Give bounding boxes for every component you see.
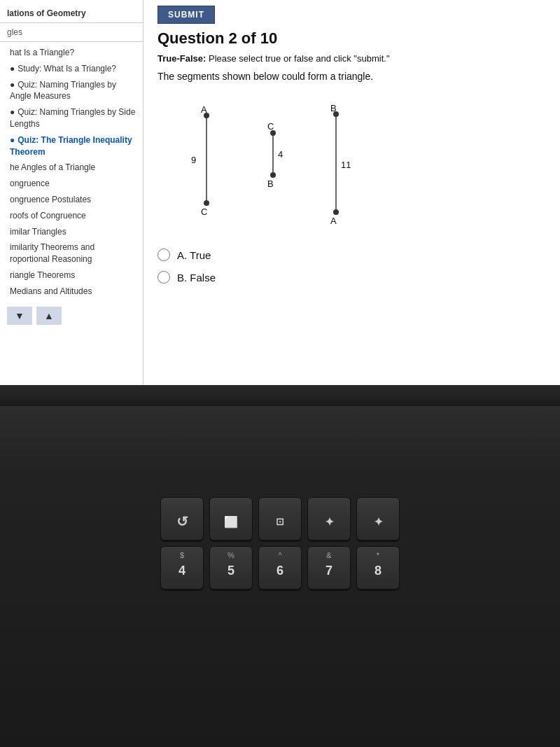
option-false-label[interactable]: B. False bbox=[177, 272, 216, 284]
bullet-icon: ● bbox=[10, 135, 15, 145]
sidebar-item-congruence[interactable]: ongruence bbox=[0, 176, 143, 192]
sidebar-item-proofs-congruence[interactable]: roofs of Congruence bbox=[0, 208, 143, 224]
key-window[interactable]: ⬜ bbox=[209, 497, 253, 540]
key-6[interactable]: ^ 6 bbox=[258, 546, 302, 589]
sidebar: lations of Geometry gles hat Is a Triang… bbox=[0, 0, 144, 392]
sidebar-item-medians-altitudes[interactable]: Medians and Altitudes bbox=[0, 284, 143, 300]
key-7-main: 7 bbox=[326, 564, 332, 578]
sidebar-item-similarity-theorems[interactable]: imilarity Theorems and roportional Reaso… bbox=[0, 239, 143, 267]
keyboard-area: ↺ ⬜ ⊡ ✦ ✦ $ 4 % 5 ^ 6 & 7 bbox=[0, 490, 560, 747]
sidebar-item-triangle-theorems[interactable]: riangle Theorems bbox=[0, 267, 143, 284]
option-false-radio[interactable] bbox=[158, 271, 170, 284]
key-brightness-up[interactable]: ✦ bbox=[356, 497, 400, 540]
sidebar-nav: ▼ ▲ bbox=[0, 302, 143, 329]
option-row-false: B. False bbox=[158, 271, 546, 284]
key-4-top: $ bbox=[180, 551, 184, 559]
sidebar-item-quiz-inequality[interactable]: ●Quiz: The Triangle Inequality Theorem bbox=[0, 132, 143, 160]
question-text: The segments shown below could form a tr… bbox=[158, 71, 546, 82]
svg-text:11: 11 bbox=[341, 160, 351, 170]
key-8-main: 8 bbox=[374, 564, 382, 578]
key-brightness-down[interactable]: ✦ bbox=[307, 497, 351, 540]
sidebar-section: gles bbox=[0, 26, 143, 39]
key-8-top: * bbox=[377, 551, 379, 559]
sidebar-title: lations of Geometry bbox=[0, 6, 143, 20]
sidebar-item-quiz-naming-angle[interactable]: ●Quiz: Naming Triangles by Angle Measure… bbox=[0, 77, 143, 105]
key-multitask-label: ⊡ bbox=[276, 516, 284, 527]
question-title: Question 2 of 10 bbox=[158, 29, 546, 48]
nav-prev-button[interactable]: ▼ bbox=[7, 307, 32, 325]
svg-point-2 bbox=[204, 200, 209, 206]
key-brightness-up-label: ✦ bbox=[374, 515, 383, 529]
key-4[interactable]: $ 4 bbox=[160, 546, 204, 589]
svg-point-14 bbox=[333, 209, 339, 215]
sidebar-divider-2 bbox=[0, 41, 143, 42]
sidebar-item-study-triangle[interactable]: ●Study: What Is a Triangle? bbox=[0, 61, 143, 77]
svg-text:C: C bbox=[267, 121, 274, 132]
bullet-icon: ● bbox=[10, 80, 15, 90]
question-type-text: Please select true or false and click "s… bbox=[209, 53, 390, 64]
svg-text:B: B bbox=[267, 179, 274, 189]
svg-text:9: 9 bbox=[191, 155, 196, 165]
key-5[interactable]: % 5 bbox=[209, 546, 253, 589]
option-true-radio[interactable] bbox=[158, 249, 170, 261]
key-brightness-down-label: ✦ bbox=[325, 515, 334, 529]
sidebar-item-angles-triangle[interactable]: he Angles of a Triangle bbox=[0, 160, 143, 176]
nav-next-button[interactable]: ▲ bbox=[36, 307, 62, 325]
sidebar-item-what-is-triangle[interactable]: hat Is a Triangle? bbox=[0, 45, 143, 61]
answer-options: A. True B. False bbox=[158, 249, 546, 284]
submit-bar: SUBMIT bbox=[158, 0, 546, 29]
key-6-main: 6 bbox=[276, 564, 284, 578]
svg-text:A: A bbox=[201, 104, 207, 115]
main-content: SUBMIT Question 2 of 10 True-False: Plea… bbox=[144, 0, 560, 392]
key-refresh[interactable]: ↺ bbox=[160, 497, 204, 540]
svg-text:B: B bbox=[330, 103, 337, 113]
option-true-label[interactable]: A. True bbox=[177, 249, 211, 261]
key-multitask[interactable]: ⊡ bbox=[258, 497, 302, 540]
keyboard-row-1: ↺ ⬜ ⊡ ✦ ✦ bbox=[0, 497, 560, 540]
key-7[interactable]: & 7 bbox=[307, 546, 351, 589]
svg-point-8 bbox=[270, 172, 276, 178]
option-row-true: A. True bbox=[158, 249, 546, 261]
laptop-bezel bbox=[0, 385, 560, 406]
key-5-main: 5 bbox=[227, 564, 234, 578]
key-4-main: 4 bbox=[178, 564, 186, 578]
sidebar-divider-1 bbox=[0, 22, 143, 23]
bullet-icon: ● bbox=[10, 64, 15, 74]
key-8[interactable]: * 8 bbox=[356, 546, 400, 589]
diagram: A C 9 C B 4 B A 11 bbox=[164, 95, 388, 235]
bullet-icon: ● bbox=[10, 107, 15, 117]
sidebar-item-congruence-postulates[interactable]: ongruence Postulates bbox=[0, 192, 143, 208]
key-6-top: ^ bbox=[278, 551, 281, 559]
keyboard-row-2: $ 4 % 5 ^ 6 & 7 * 8 bbox=[0, 546, 560, 589]
submit-button[interactable]: SUBMIT bbox=[158, 6, 215, 24]
svg-text:4: 4 bbox=[278, 149, 283, 160]
sidebar-item-quiz-naming-side[interactable]: ●Quiz: Naming Triangles by Side Lengths bbox=[0, 104, 143, 132]
question-type-prefix: True-False: bbox=[158, 53, 206, 64]
key-7-top: & bbox=[326, 551, 331, 559]
key-refresh-label: ↺ bbox=[176, 513, 188, 530]
diagram-svg: A C 9 C B 4 B A 11 bbox=[164, 95, 388, 235]
key-window-label: ⬜ bbox=[224, 515, 238, 529]
key-5-top: % bbox=[227, 551, 234, 559]
question-type: True-False: Please select true or false … bbox=[158, 53, 546, 64]
svg-text:C: C bbox=[201, 207, 207, 217]
svg-text:A: A bbox=[330, 216, 337, 226]
sidebar-item-similar-triangles[interactable]: imilar Triangles bbox=[0, 224, 143, 240]
